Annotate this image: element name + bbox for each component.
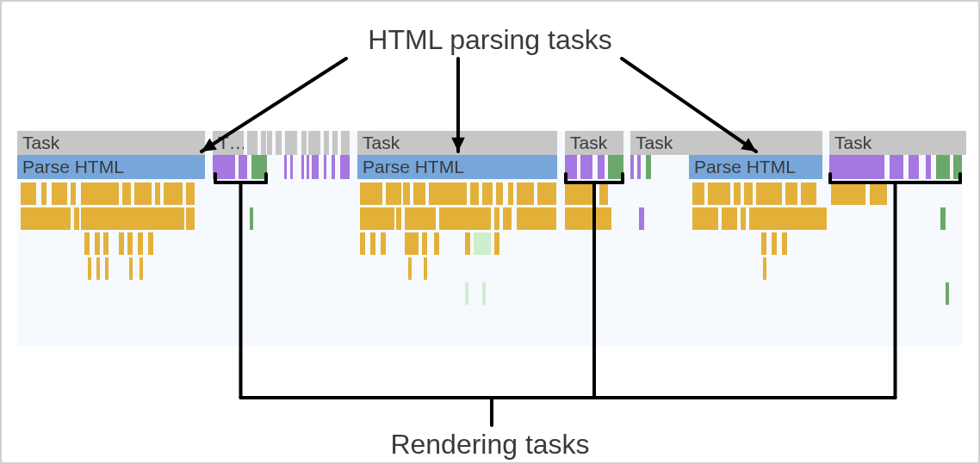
flame-bar bbox=[470, 183, 479, 205]
flame-bar bbox=[474, 232, 491, 255]
flame-bar bbox=[503, 207, 512, 230]
flame-bar bbox=[744, 183, 753, 205]
render-segment bbox=[301, 155, 319, 179]
flame-bar bbox=[708, 183, 730, 205]
flame-bar bbox=[692, 207, 718, 230]
flame-bar bbox=[422, 232, 427, 255]
flame-bar bbox=[429, 183, 467, 205]
task-segment bbox=[276, 131, 282, 155]
task-segment bbox=[285, 131, 297, 155]
flame-bar bbox=[940, 207, 946, 230]
flame-bar bbox=[360, 232, 365, 255]
flame-bar bbox=[122, 183, 131, 205]
flame-bar bbox=[734, 183, 741, 205]
flame-bar bbox=[84, 232, 90, 255]
task-segment bbox=[261, 131, 266, 155]
task-segment bbox=[267, 131, 272, 155]
flame-bar bbox=[360, 183, 382, 205]
render-segment bbox=[213, 155, 267, 179]
flame-bar bbox=[785, 183, 797, 205]
flame-bar bbox=[801, 183, 816, 205]
flame-bar bbox=[741, 207, 746, 230]
flame-bar bbox=[496, 183, 503, 205]
parse-html-segment: Parse HTML bbox=[357, 155, 557, 179]
task-row: TaskT…TaskTaskTaskTask bbox=[17, 131, 963, 155]
annotation-label-top: HTML parsing tasks bbox=[368, 24, 611, 56]
flame-bar bbox=[494, 207, 499, 230]
flame-bar bbox=[508, 183, 513, 205]
flame-bar bbox=[134, 183, 152, 205]
flame-bar bbox=[370, 232, 375, 255]
flame-bar bbox=[95, 232, 100, 255]
parse-html-segment: Parse HTML bbox=[689, 155, 822, 179]
flame-bar bbox=[164, 183, 183, 205]
flame-bar bbox=[405, 232, 419, 255]
flame-bar bbox=[517, 207, 556, 230]
flame-bar bbox=[74, 207, 79, 230]
flame-bar bbox=[831, 183, 865, 205]
flame-bar bbox=[403, 183, 410, 205]
flame-bar bbox=[565, 207, 611, 230]
flame-bar bbox=[599, 183, 608, 205]
annotation-label-bottom: Rendering tasks bbox=[390, 429, 589, 461]
flame-bar bbox=[140, 257, 143, 280]
task-segment: T… bbox=[213, 131, 244, 155]
flame-bar bbox=[413, 183, 425, 205]
task-segment bbox=[308, 131, 320, 155]
flame-bar bbox=[71, 183, 76, 205]
flame-bar bbox=[439, 207, 491, 230]
flame-bar bbox=[88, 257, 91, 280]
flame-bar bbox=[756, 183, 782, 205]
profiler-panel: TaskT…TaskTaskTaskTask Parse HTMLParse H… bbox=[17, 131, 963, 346]
flame-bar bbox=[722, 207, 737, 230]
flame-bar bbox=[21, 207, 71, 230]
flame-bar bbox=[138, 232, 143, 255]
flame-bar bbox=[424, 257, 427, 280]
flame-bar bbox=[434, 232, 439, 255]
flame-bar bbox=[105, 257, 109, 280]
parse-html-segment: Parse HTML bbox=[17, 155, 205, 179]
flame-chart bbox=[17, 183, 963, 346]
flame-bar bbox=[127, 232, 133, 255]
flame-bar bbox=[360, 207, 394, 230]
flame-bar bbox=[482, 183, 493, 205]
render-segment bbox=[630, 155, 641, 179]
flame-bar bbox=[96, 257, 100, 280]
flame-bar bbox=[517, 183, 534, 205]
flame-bar bbox=[186, 207, 195, 230]
flame-bar bbox=[761, 232, 766, 255]
task-segment bbox=[301, 131, 307, 155]
flame-bar bbox=[408, 257, 412, 280]
task-segment: Task bbox=[17, 131, 205, 155]
flame-bar bbox=[386, 183, 401, 205]
flame-bar bbox=[129, 257, 133, 280]
render-segment bbox=[324, 155, 350, 179]
flame-bar bbox=[186, 183, 195, 205]
flame-bar bbox=[465, 282, 468, 305]
flame-bar bbox=[21, 183, 36, 205]
flame-bar bbox=[148, 232, 153, 255]
render-segment bbox=[646, 155, 651, 179]
flame-bar bbox=[119, 232, 124, 255]
flame-bar bbox=[41, 183, 47, 205]
task-segment bbox=[324, 131, 329, 155]
flame-bar bbox=[155, 183, 160, 205]
flame-bar bbox=[405, 207, 436, 230]
flame-bar bbox=[494, 232, 499, 255]
render-segment bbox=[284, 155, 293, 179]
flame-bar bbox=[103, 232, 109, 255]
task-segment: Task bbox=[357, 131, 557, 155]
flame-bar bbox=[763, 257, 766, 280]
flame-bar bbox=[81, 183, 119, 205]
flame-bar bbox=[782, 232, 787, 255]
flame-bar bbox=[250, 207, 253, 230]
flame-bar bbox=[465, 232, 470, 255]
flame-bar bbox=[565, 183, 596, 205]
flame-bar bbox=[81, 207, 184, 230]
flame-bar bbox=[692, 183, 704, 205]
flame-bar bbox=[639, 207, 644, 230]
flame-bar bbox=[482, 282, 486, 305]
flame-bar bbox=[870, 183, 887, 205]
flame-bar bbox=[537, 183, 556, 205]
flame-bar bbox=[772, 232, 777, 255]
